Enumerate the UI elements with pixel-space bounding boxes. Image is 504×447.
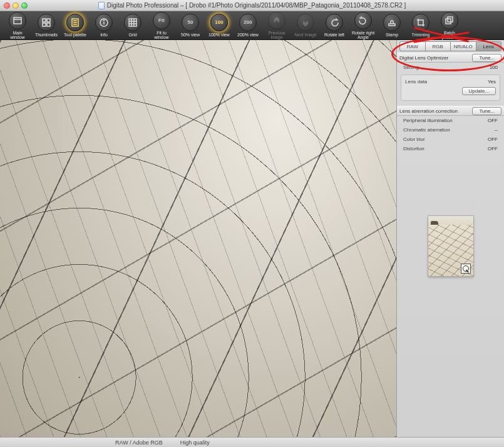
toolbar-next-image: Next image	[293, 14, 318, 37]
toolbar-stamp[interactable]: Stamp	[379, 14, 404, 37]
toolbar-batch[interactable]: Batch process	[437, 12, 462, 39]
main-toolbar: Main windowThumbnailsTool paletteInfoGri…	[0, 11, 504, 40]
trimming-icon	[412, 14, 429, 31]
lens-data-label: Lens data	[405, 79, 427, 85]
toolbar-label: Rotate left	[324, 33, 344, 37]
toolbar-grid[interactable]: Grid	[120, 14, 145, 37]
toolbar-main-window[interactable]: Main window	[5, 12, 30, 39]
svg-point-12	[104, 20, 105, 21]
lac-tune-button[interactable]: Tune...	[472, 107, 501, 115]
tab-nralo[interactable]: NR/ALO	[450, 41, 476, 51]
zoom-window-button[interactable]	[21, 3, 28, 9]
toolbar-fit-window[interactable]: FitFit to window	[149, 12, 174, 39]
window-titlebar: Digital Photo Professional – [ Drobo #1/…	[0, 0, 504, 11]
tab-lens[interactable]: Lens	[476, 41, 502, 51]
200-view-icon: 200	[239, 14, 257, 31]
100-view-icon: 100	[210, 14, 228, 31]
svg-rect-4	[43, 23, 46, 26]
toolbar-200-view[interactable]: 200200% view	[235, 14, 260, 37]
toolbar-rotate-left[interactable]: Rotate left	[322, 14, 347, 37]
document-icon	[98, 2, 105, 9]
toolbar-label: Tool palette	[64, 33, 86, 37]
lac-row: DistortionOFF	[397, 144, 504, 153]
lac-row: Color blurOFF	[397, 135, 504, 144]
image-viewer[interactable]	[0, 40, 396, 437]
svg-rect-2	[43, 19, 46, 22]
toolbar-label: Grid	[128, 33, 136, 37]
tab-rgb[interactable]: RGB	[425, 41, 451, 51]
thumbnails-icon	[38, 14, 55, 31]
svg-rect-19	[446, 19, 451, 24]
status-bar: RAW / Adobe RGB High quality	[0, 437, 504, 447]
lac-row-value: OFF	[488, 146, 498, 152]
tool-palette-panel: RAWRGBNR/ALOLens Digital Lens Optimizer …	[396, 40, 504, 437]
toolbar-label: Fit to window	[149, 31, 174, 39]
info-icon	[95, 14, 113, 31]
toolbar-label: Stamp	[386, 33, 398, 37]
toolbar-trimming[interactable]: Trimming	[408, 14, 433, 37]
dlo-setting-label: Setting	[403, 64, 419, 70]
batch-icon	[441, 12, 458, 29]
lac-row-label: Peripheral illumination	[403, 118, 453, 123]
svg-rect-0	[14, 18, 21, 24]
toolbar-label: Batch process	[437, 31, 462, 39]
lac-title: Lens aberration correction	[399, 108, 458, 114]
tab-raw[interactable]: RAW	[399, 41, 425, 51]
svg-rect-3	[47, 19, 50, 22]
toolbar-label: Next image	[294, 33, 316, 37]
lens-data-block: Lens data Yes Update...	[401, 74, 500, 101]
traffic-lights	[4, 3, 28, 9]
svg-rect-13	[129, 19, 136, 26]
lac-row-label: Distortion	[403, 146, 424, 152]
grid-icon	[124, 14, 141, 31]
window-title: Digital Photo Professional – [ Drobo #1/…	[107, 2, 406, 9]
prev-image-icon	[268, 12, 285, 29]
toolbar-thumbnails[interactable]: Thumbnails	[34, 14, 59, 37]
dlo-setting-value: 100	[490, 64, 498, 70]
toolbar-label: 200% view	[237, 33, 259, 37]
main-area: RAWRGBNR/ALOLens Digital Lens Optimizer …	[0, 40, 504, 437]
lac-row-value: OFF	[488, 136, 498, 142]
toolbar-label: Thumbnails	[35, 33, 58, 37]
dlo-tune-button[interactable]: Tune...	[472, 54, 501, 62]
close-window-button[interactable]	[4, 3, 10, 9]
status-quality: High quality	[172, 439, 219, 446]
dlo-setting-row: Setting 100	[397, 63, 504, 72]
lac-row-label: Color blur	[403, 136, 425, 142]
50-view-icon: 50	[182, 14, 199, 31]
status-colorspace: RAW / Adobe RGB	[106, 439, 172, 446]
rotate-right-icon	[354, 12, 372, 29]
tool-palette-icon	[66, 14, 84, 31]
toolbar-label: Info	[100, 33, 108, 37]
toolbar-tool-palette[interactable]: Tool palette	[63, 14, 88, 37]
lac-row: Peripheral illuminationOFF	[397, 116, 504, 125]
stamp-icon	[383, 14, 401, 31]
navigator-thumbnail[interactable]	[428, 216, 473, 276]
dlo-title: Digital Lens Optimizer	[399, 55, 448, 61]
toolbar-label: 50% view	[181, 33, 200, 37]
svg-rect-20	[448, 17, 453, 22]
toolbar-prev-image: Previous image	[264, 12, 289, 39]
toolbar-info[interactable]: Info	[91, 14, 116, 37]
main-window-icon	[9, 12, 26, 29]
dlo-header: Digital Lens Optimizer Tune...	[397, 53, 504, 63]
toolbar-label: 100% view	[208, 33, 230, 37]
next-image-icon	[297, 14, 314, 31]
toolbar-label: Rotate right Angle	[351, 31, 376, 39]
toolbar-label: Trimming	[412, 33, 430, 37]
svg-rect-18	[389, 24, 395, 26]
toolbar-label: Previous image	[264, 31, 289, 39]
toolbar-rotate-right[interactable]: Rotate right Angle	[351, 12, 376, 39]
minimize-window-button[interactable]	[13, 3, 19, 9]
rotate-left-icon	[326, 14, 343, 31]
lac-row-value: --	[495, 127, 498, 133]
lens-data-value: Yes	[488, 79, 496, 85]
lens-data-update-button[interactable]: Update...	[462, 87, 496, 95]
palette-tabs: RAWRGBNR/ALOLens	[399, 41, 501, 51]
toolbar-50-view[interactable]: 5050% view	[178, 14, 203, 37]
lac-row-label: Chromatic aberration	[403, 127, 450, 133]
lac-header: Lens aberration correction Tune...	[397, 106, 504, 116]
toolbar-100-view[interactable]: 100100% view	[207, 14, 232, 37]
lac-row-value: OFF	[488, 118, 498, 123]
photo-cracked-mud	[0, 40, 396, 437]
